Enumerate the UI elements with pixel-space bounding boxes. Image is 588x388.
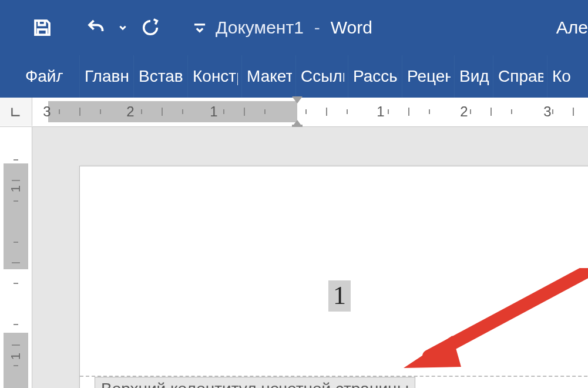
tab-selector[interactable] — [0, 98, 32, 126]
ruler-number: 2 — [126, 103, 134, 120]
document-canvas[interactable]: 1 Верхний колонтитул нечетной страницы — [32, 127, 588, 388]
ruler-number: 1 — [210, 103, 217, 120]
tab-рассы.[interactable]: Рассы. — [348, 55, 402, 98]
redo-button[interactable] — [137, 15, 163, 41]
tab-label: Вид — [459, 67, 489, 86]
tab-label: Файл — [25, 67, 63, 86]
title-dash: - — [314, 18, 320, 38]
tab-справ[interactable]: Справ — [493, 55, 547, 98]
user-account[interactable]: Але — [547, 0, 588, 55]
tab-label: Ко — [552, 67, 571, 86]
vruler-number: 1 — [8, 185, 23, 192]
tab-label: Рассы. — [353, 67, 398, 86]
tab-вставк[interactable]: Вставк — [133, 55, 187, 98]
document-name: Документ1 — [216, 18, 304, 38]
work-area: 11 1 Верхний колонтитул нечетной страниц… — [0, 127, 588, 388]
page[interactable]: 1 Верхний колонтитул нечетной страницы — [79, 166, 588, 388]
tab-рецен[interactable]: Рецен — [402, 55, 454, 98]
user-name: Але — [556, 18, 588, 38]
vruler-number: 1 — [8, 353, 23, 360]
tab-label: Рецен — [407, 67, 451, 86]
save-button[interactable] — [29, 15, 55, 41]
tab-ссылк[interactable]: Ссылк — [295, 55, 348, 98]
tab-label: Вставк — [139, 67, 184, 86]
horizontal-ruler-row: 321123 — [0, 98, 588, 127]
redo-icon — [140, 18, 160, 38]
tab-stop-icon — [9, 105, 22, 118]
undo-icon — [86, 17, 107, 38]
tab-label: Главна — [85, 67, 130, 86]
save-icon — [32, 17, 53, 38]
vertical-ruler[interactable]: 11 — [0, 127, 32, 388]
tab-макет[interactable]: Макет — [241, 55, 295, 98]
page-number-field[interactable]: 1 — [328, 280, 351, 312]
first-line-indent-marker[interactable] — [292, 96, 303, 103]
ribbon-tabs: ФайлГлавнаВставкКонстрМакетСсылкРассы.Ре… — [0, 55, 588, 98]
customize-qat-button[interactable] — [187, 15, 213, 41]
tab-констр[interactable]: Констр — [187, 55, 241, 98]
header-section-label: Верхний колонтитул нечетной страницы — [95, 377, 415, 388]
tab-label: Ссылк — [301, 67, 344, 86]
ruler-number: 3 — [43, 103, 51, 120]
horizontal-ruler[interactable]: 321123 — [32, 98, 588, 126]
chevron-down-icon — [119, 24, 127, 32]
tab-ко[interactable]: Ко — [547, 55, 582, 98]
tab-главна[interactable]: Главна — [79, 55, 133, 98]
tab-вид[interactable]: Вид — [454, 55, 493, 98]
title-bar: Документ1 - Word Але — [0, 0, 588, 55]
tab-label: Констр — [193, 67, 238, 86]
undo-button[interactable] — [79, 15, 114, 41]
ruler-number: 2 — [460, 103, 468, 120]
customize-icon — [192, 20, 207, 35]
tab-файл[interactable]: Файл — [15, 55, 79, 98]
ruler-number: 1 — [377, 103, 384, 120]
ruler-number: 3 — [543, 103, 551, 120]
app-name: Word — [331, 18, 372, 38]
tab-label: Справ — [498, 67, 543, 86]
tab-label: Макет — [247, 67, 292, 86]
quick-access-toolbar — [0, 15, 213, 41]
